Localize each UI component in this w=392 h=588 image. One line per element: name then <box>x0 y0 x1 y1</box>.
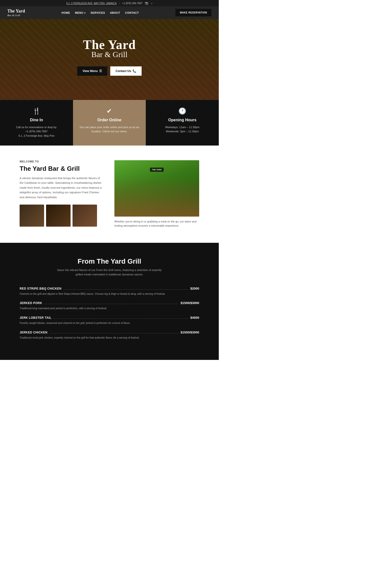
dots-separator <box>50 333 178 334</box>
item-name: JERK LOBSTER TAIL <box>20 316 52 320</box>
nav-links: HOME MENU ▾ SERVICES ABOUT CONTACT <box>62 11 139 14</box>
hero-title: The Yard <box>83 38 136 51</box>
logo-line1: The Yard <box>7 8 25 14</box>
view-menu-label: View Menu <box>82 69 98 73</box>
opening-hours-card: 🕐 Opening Hours Weekdays: 11am – 11:30pm… <box>146 100 219 146</box>
item-price: $1500/$3000 <box>180 301 199 305</box>
about-label: WELCOME TO <box>20 160 104 163</box>
opening-hours-text: Weekdays: 11am – 11:30pmWeekends: 3pm – … <box>152 125 213 134</box>
about-description: A vibrant Jamaican restaurant that bring… <box>20 176 104 200</box>
navbar: The Yard Bar & Grill HOME MENU ▾ SERVICE… <box>0 6 219 19</box>
opening-hours-title: Opening Hours <box>152 118 213 122</box>
order-online-title: Order Online <box>79 118 140 122</box>
item-description: Freshly caught lobster, seasoned and cha… <box>20 321 199 325</box>
hero-subtitle: Bar & Grill <box>92 50 128 59</box>
logo: The Yard Bar & Grill <box>7 9 25 17</box>
tiktok-icon[interactable]: ♪ <box>151 2 152 5</box>
top-bar: 6.1, 2 FERNLEIGH AVE, MAY PEN, JAMAICA |… <box>0 0 219 6</box>
menu-item-header: JERKED PORK $1500/$3000 <box>20 301 199 305</box>
food-image-1 <box>20 204 44 226</box>
about-right: THE YARD Whether you're dining in or gra… <box>114 160 200 228</box>
nav-contact[interactable]: CONTACT <box>125 11 139 14</box>
building-sign: THE YARD <box>150 168 164 172</box>
menu-item-header: JERKED CHICKEN $1500/$3000 <box>20 330 199 334</box>
item-price: $2000 <box>190 287 199 290</box>
dine-in-card: 🍴 Dine In Call us for reservations or dr… <box>0 100 73 146</box>
item-name: JERKED CHICKEN <box>20 331 48 334</box>
item-name: RED STRIPE BBQ CHICKEN <box>20 287 62 290</box>
about-title: The Yard Bar & Grill <box>20 165 104 172</box>
nav-about[interactable]: ABOUT <box>110 11 120 14</box>
hero-section: The Yard Bar & Grill View Menu ☰ Contact… <box>0 19 219 100</box>
grill-title: From The Yard Grill <box>20 258 199 265</box>
dine-in-icon: 🍴 <box>6 107 67 115</box>
about-caption: Whether you're dining in or grabbing a m… <box>114 220 200 228</box>
menu-item-jerked-pork: JERKED PORK $1500/$3000 Traditional long… <box>20 301 199 310</box>
info-cards: 🍴 Dine In Call us for reservations or dr… <box>0 100 219 146</box>
address-link[interactable]: 6.1, 2 FERNLEIGH AVE, MAY PEN, JAMAICA <box>66 2 116 5</box>
phone-number: +1 (876) 366-7687 <box>122 2 142 5</box>
make-reservation-button[interactable]: MAKE RESERVATION <box>176 9 212 16</box>
logo-line2: Bar & Grill <box>7 14 25 17</box>
dine-in-text: Call us for reservations or drop by.+1 (… <box>6 125 67 138</box>
menu-list-icon: ☰ <box>99 69 102 73</box>
view-menu-button[interactable]: View Menu ☰ <box>77 66 107 76</box>
grill-subtitle: Savor the vibrant flavors of our From th… <box>54 268 165 277</box>
nav-home[interactable]: HOME <box>62 11 70 14</box>
contact-us-button[interactable]: Contact Us 📞 <box>110 66 142 76</box>
item-price: $1500/$3000 <box>180 330 199 334</box>
dots-separator <box>54 318 188 319</box>
hero-buttons: View Menu ☰ Contact Us 📞 <box>77 66 142 76</box>
item-description: Charred on the grill and dipped in Red S… <box>20 292 199 296</box>
contact-us-label: Contact Us <box>116 69 131 73</box>
food-image-2 <box>46 204 70 226</box>
about-food-images <box>20 204 104 226</box>
dine-in-title: Dine In <box>6 118 67 122</box>
item-price: $4500 <box>190 316 199 320</box>
nav-menu[interactable]: MENU ▾ <box>75 11 86 14</box>
about-section: WELCOME TO The Yard Bar & Grill A vibran… <box>0 146 219 243</box>
order-online-card: ✔ Order Online You can place your order … <box>73 100 146 146</box>
nav-services[interactable]: SERVICES <box>90 11 105 14</box>
instagram-icon[interactable]: 📷 <box>145 2 148 5</box>
item-name: JERKED PORK <box>20 301 42 305</box>
restaurant-exterior-image: THE YARD <box>114 160 200 216</box>
menu-item-jerk-lobster: JERK LOBSTER TAIL $4500 Freshly caught l… <box>20 316 199 325</box>
phone-icon: 📞 <box>132 69 136 73</box>
separator: | <box>119 2 120 5</box>
food-image-3 <box>72 204 97 226</box>
grill-section: From The Yard Grill Savor the vibrant fl… <box>0 243 219 360</box>
menu-arrow: ▾ <box>84 12 86 14</box>
item-description: Traditional long marinated pork jerked t… <box>20 306 199 310</box>
menu-item-jerked-chicken: JERKED CHICKEN $1500/$3000 Traditional m… <box>20 330 199 340</box>
menu-item-header: JERK LOBSTER TAIL $4500 <box>20 316 199 320</box>
order-online-icon: ✔ <box>79 107 140 115</box>
dots-separator <box>64 289 188 290</box>
clock-icon: 🕐 <box>152 107 213 115</box>
about-left: WELCOME TO The Yard Bar & Grill A vibran… <box>20 160 104 227</box>
item-description: Traditional moist jerk chicken, expertly… <box>20 336 199 340</box>
menu-item-red-stripe: RED STRIPE BBQ CHICKEN $2000 Charred on … <box>20 287 199 296</box>
order-online-text: You can place your order online and pick… <box>79 125 140 134</box>
menu-item-header: RED STRIPE BBQ CHICKEN $2000 <box>20 287 199 290</box>
dots-separator <box>44 304 178 304</box>
